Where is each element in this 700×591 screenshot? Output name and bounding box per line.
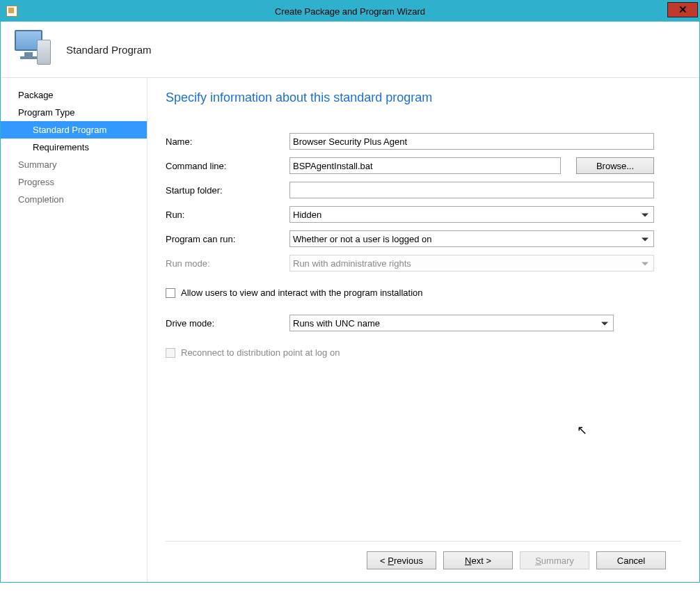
row-run-mode: Run mode: bbox=[166, 255, 681, 271]
run-mode-select bbox=[289, 255, 654, 271]
drive-mode-select[interactable] bbox=[289, 315, 614, 331]
close-button[interactable]: ✕ bbox=[667, 2, 698, 17]
allow-interact-label: Allow users to view and interact with th… bbox=[181, 287, 423, 298]
label-run-mode: Run mode: bbox=[166, 258, 289, 269]
step-progress: Progress bbox=[1, 173, 147, 191]
content-pane: Specify information about this standard … bbox=[148, 78, 699, 582]
summary-button: Summary bbox=[520, 551, 589, 569]
wizard-body: Package Program Type Standard Program Re… bbox=[1, 77, 699, 582]
reconnect-checkbox bbox=[166, 348, 175, 358]
next-button[interactable]: Next > bbox=[443, 551, 513, 569]
browse-button[interactable]: Browse... bbox=[576, 157, 654, 174]
row-program-can-run: Program can run: bbox=[166, 230, 681, 247]
run-select[interactable] bbox=[289, 206, 654, 223]
allow-interact-checkbox[interactable] bbox=[166, 288, 175, 298]
page-title: Standard Program bbox=[66, 44, 152, 56]
step-completion: Completion bbox=[1, 191, 147, 208]
wizard-header: Standard Program bbox=[1, 22, 699, 77]
content-heading: Specify information about this standard … bbox=[166, 90, 681, 105]
cancel-button[interactable]: Cancel bbox=[596, 551, 666, 569]
row-name: Name: bbox=[166, 133, 681, 150]
computer-icon bbox=[15, 30, 54, 69]
label-name: Name: bbox=[166, 136, 289, 147]
row-startup-folder: Startup folder: bbox=[166, 182, 681, 198]
label-drive-mode: Drive mode: bbox=[166, 318, 289, 329]
step-package[interactable]: Package bbox=[1, 86, 147, 104]
row-allow-interact: Allow users to view and interact with th… bbox=[166, 287, 681, 298]
row-drive-mode: Drive mode: bbox=[166, 315, 681, 331]
row-command-line: Command line: Browse... bbox=[166, 157, 681, 174]
row-reconnect: Reconnect to distribution point at log o… bbox=[166, 347, 681, 358]
app-icon bbox=[6, 6, 17, 17]
command-line-input[interactable] bbox=[289, 157, 561, 174]
window-title: Create Package and Program Wizard bbox=[1, 6, 699, 17]
step-standard-program[interactable]: Standard Program bbox=[1, 121, 147, 139]
previous-button[interactable]: < Previous bbox=[367, 551, 436, 569]
label-startup-folder: Startup folder: bbox=[166, 185, 289, 196]
wizard-footer: < Previous Next > Summary Cancel bbox=[166, 541, 681, 582]
step-summary: Summary bbox=[1, 156, 147, 173]
wizard-window: Create Package and Program Wizard ✕ Stan… bbox=[0, 0, 700, 583]
titlebar: Create Package and Program Wizard ✕ bbox=[1, 1, 699, 22]
program-can-run-select[interactable] bbox=[289, 230, 654, 247]
step-program-type[interactable]: Program Type bbox=[1, 104, 147, 121]
label-program-can-run: Program can run: bbox=[166, 234, 289, 244]
name-input[interactable] bbox=[289, 133, 654, 150]
label-run: Run: bbox=[166, 210, 289, 220]
reconnect-label: Reconnect to distribution point at log o… bbox=[181, 347, 340, 358]
startup-folder-input[interactable] bbox=[289, 182, 654, 198]
label-command-line: Command line: bbox=[166, 161, 289, 171]
row-run: Run: bbox=[166, 206, 681, 223]
close-icon: ✕ bbox=[678, 3, 687, 16]
step-sidebar: Package Program Type Standard Program Re… bbox=[1, 78, 148, 582]
step-requirements[interactable]: Requirements bbox=[1, 139, 147, 156]
